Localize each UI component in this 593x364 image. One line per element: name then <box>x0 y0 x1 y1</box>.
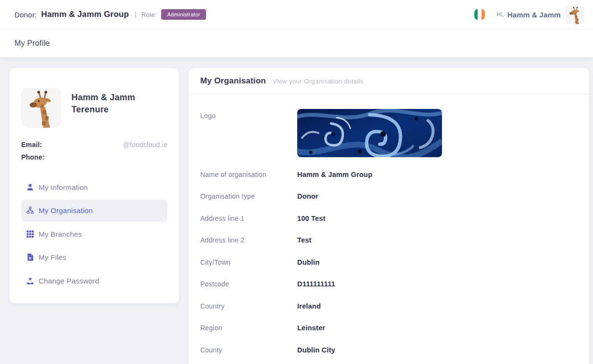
detail-row-county: County Dublin City <box>200 339 578 361</box>
role-separator: | <box>135 11 137 18</box>
blue-fractal-image <box>297 109 442 157</box>
sidebar-item-my-branches[interactable]: My Branches <box>21 223 167 245</box>
grid-icon <box>26 230 34 238</box>
email-row: Email: @foodcloud.ie <box>21 138 167 151</box>
org-chart-icon <box>26 206 34 215</box>
panel-header: My Organisation View your Organisation d… <box>189 68 589 94</box>
detail-row-postcode: Postcode D111111111 <box>200 273 578 296</box>
flag-green-stripe <box>474 9 478 20</box>
sidebar-menu: My Information My Organisation My Branch… <box>21 176 167 292</box>
section-title: My Organisation <box>200 76 266 86</box>
sidebar-item-change-password[interactable]: Change Password <box>21 270 167 292</box>
detail-row-type: Organisation type Donor <box>200 186 578 208</box>
giraffe-avatar[interactable] <box>565 5 584 24</box>
logo-row: Logo <box>200 109 578 157</box>
flag-orange-stripe <box>482 9 485 20</box>
row-value: D111111111 <box>297 280 335 288</box>
detail-row-region: Region Leinster <box>200 317 578 339</box>
row-label: Postcode <box>200 280 297 288</box>
detail-row-city: City/Town Dublin <box>200 251 578 273</box>
row-value: Test <box>297 236 312 244</box>
top-navbar: Donor: Hamm & Jamm Group | Role: Adminis… <box>0 0 593 29</box>
row-label: Address line 1 <box>200 215 297 222</box>
giraffe-profile-avatar-image <box>21 88 61 128</box>
detail-row-name: Name of organisation Hamm & Jamm Group <box>200 163 578 186</box>
phone-label: Phone: <box>21 153 45 161</box>
email-value: @foodcloud.ie <box>123 141 167 148</box>
row-value: Donor <box>297 192 318 200</box>
greeting-text: Hi, <box>496 11 504 18</box>
row-label: Address line 2 <box>200 236 297 244</box>
user-name[interactable]: Hamm & Jamm <box>507 11 561 19</box>
sidebar-item-my-organisation[interactable]: My Organisation <box>21 200 167 222</box>
row-label: Region <box>200 324 297 332</box>
user-icon <box>26 183 34 191</box>
logo-label: Logo <box>200 109 297 157</box>
role-badge: Administrator <box>161 9 206 20</box>
role-label: Role: <box>141 11 156 18</box>
row-label: Country <box>200 302 297 310</box>
detail-row-address2: Address line 2 Test <box>200 229 578 252</box>
ireland-flag-icon[interactable] <box>474 9 485 20</box>
section-subtitle: View your Organisation details <box>273 78 363 85</box>
sidebar-item-label: My Information <box>39 183 88 191</box>
sidebar-item-my-information[interactable]: My Information <box>21 176 167 198</box>
donor-label: Donor: <box>14 11 37 19</box>
profile-sidebar-card: Hamm & Jamm Terenure Email: @foodcloud.i… <box>10 68 179 303</box>
sidebar-item-label: My Organisation <box>39 206 93 215</box>
sidebar-item-my-files[interactable]: My Files <box>21 246 167 269</box>
giraffe-avatar-image <box>565 5 584 24</box>
file-icon <box>26 253 34 261</box>
row-value: Dublin City <box>297 346 335 354</box>
row-value: Hamm & Jamm Group <box>297 171 372 178</box>
page-title-bar: My Profile <box>0 29 593 57</box>
donor-name: Hamm & Jamm Group <box>41 10 129 19</box>
organisation-name: Hamm & Jamm Terenure <box>71 88 144 128</box>
detail-row-address1: Address line 1 100 Test <box>200 207 578 229</box>
organisation-logo-image <box>297 109 442 157</box>
sidebar-item-label: My Branches <box>39 230 82 238</box>
flag-white-stripe <box>478 9 481 20</box>
my-organisation-panel: My Organisation View your Organisation d… <box>189 68 589 364</box>
page-title: My Profile <box>14 39 50 48</box>
row-label: City/Town <box>200 258 297 266</box>
panel-body: Logo <box>189 109 589 361</box>
contact-info: Email: @foodcloud.ie Phone: <box>21 138 167 163</box>
row-value: 100 Test <box>297 215 326 222</box>
phone-row: Phone: <box>21 151 167 163</box>
giraffe-profile-avatar <box>21 88 61 128</box>
detail-row-country: Country Ireland <box>200 295 578 317</box>
row-label: County <box>200 346 297 354</box>
email-label: Email: <box>21 141 42 148</box>
sidebar-item-label: Change Password <box>39 277 99 285</box>
sidebar-item-label: My Files <box>39 253 66 261</box>
hands-holding-icon <box>26 277 34 285</box>
profile-head: Hamm & Jamm Terenure <box>21 88 167 128</box>
row-value: Leinster <box>297 324 325 332</box>
row-value: Dublin <box>297 258 319 266</box>
row-label: Name of organisation <box>200 171 297 178</box>
row-value: Ireland <box>297 302 321 310</box>
row-label: Organisation type <box>200 192 297 200</box>
organisation-details: Name of organisation Hamm & Jamm Group O… <box>200 163 578 361</box>
